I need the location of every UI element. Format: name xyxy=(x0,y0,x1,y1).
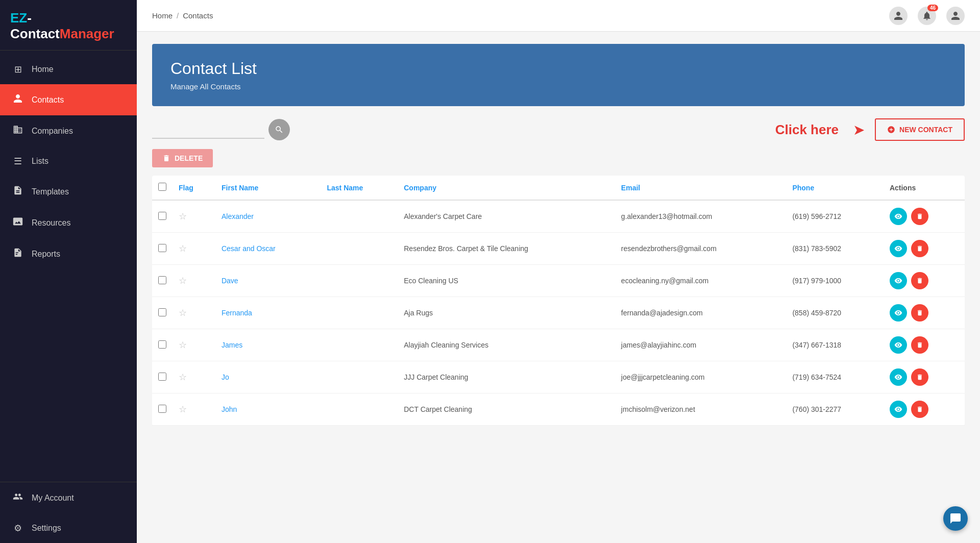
table-row: ☆ James Alayjiah Cleaning Services james… xyxy=(152,329,965,361)
contact-first-name[interactable]: Alexander xyxy=(222,212,254,220)
delete-contact-button[interactable] xyxy=(911,368,928,386)
row-first-name: Jo xyxy=(215,361,321,393)
contact-first-name[interactable]: Jo xyxy=(222,373,229,381)
sidebar-item-label-resources: Resources xyxy=(32,218,70,228)
sidebar-item-resources[interactable]: Resources xyxy=(0,207,137,238)
contact-first-name[interactable]: John xyxy=(222,405,237,413)
row-last-name xyxy=(321,393,398,426)
star-icon[interactable]: ☆ xyxy=(179,372,187,382)
row-company: Alexander's Carpet Care xyxy=(398,200,615,233)
sidebar-item-contacts[interactable]: Contacts xyxy=(0,84,137,115)
nav-items: ⊞ Home Contacts Companies ☰ Lists Templa… xyxy=(0,51,137,543)
table-row: ☆ Cesar and Oscar Resendez Bros. Carpet … xyxy=(152,233,965,265)
row-checkbox[interactable] xyxy=(158,340,166,349)
content-area: Contact List Manage All Contacts Click h… xyxy=(137,32,980,543)
sidebar-item-my-account[interactable]: My Account xyxy=(0,482,137,513)
table-row: ☆ Jo JJJ Carpet Cleaning joe@jjjcarpetcl… xyxy=(152,361,965,393)
action-buttons xyxy=(890,401,959,418)
page-title: Contact List xyxy=(170,59,946,78)
row-phone: (760) 301-2277 xyxy=(786,393,883,426)
star-icon[interactable]: ☆ xyxy=(179,276,187,286)
action-buttons xyxy=(890,304,959,322)
topbar-actions: 46 xyxy=(889,7,965,25)
view-contact-button[interactable] xyxy=(890,336,907,354)
contact-first-name[interactable]: Cesar and Oscar xyxy=(222,244,276,253)
header-first-name: First Name xyxy=(215,176,321,200)
row-actions xyxy=(884,297,965,329)
sidebar-item-home[interactable]: ⊞ Home xyxy=(0,55,137,84)
sidebar-item-settings[interactable]: ⚙ Settings xyxy=(0,513,137,543)
row-checkbox[interactable] xyxy=(158,308,166,316)
logo-contact: Contact xyxy=(10,26,60,41)
header-company: Company xyxy=(398,176,615,200)
search-input[interactable] xyxy=(152,121,264,139)
star-icon[interactable]: ☆ xyxy=(179,308,187,318)
view-contact-button[interactable] xyxy=(890,304,907,322)
logo-manager: Manager xyxy=(60,26,114,41)
row-email: ecocleaning.ny@gmail.com xyxy=(615,265,787,297)
row-company: Resendez Bros. Carpet & Tile Cleaning xyxy=(398,233,615,265)
row-checkbox[interactable] xyxy=(158,244,166,252)
view-contact-button[interactable] xyxy=(890,240,907,257)
row-company: DCT Carpet Cleaning xyxy=(398,393,615,426)
star-icon[interactable]: ☆ xyxy=(179,211,187,221)
notifications-icon[interactable]: 46 xyxy=(918,7,936,25)
row-checkbox[interactable] xyxy=(158,405,166,413)
view-contact-button[interactable] xyxy=(890,368,907,386)
search-button[interactable] xyxy=(268,119,290,140)
account-icon[interactable] xyxy=(946,7,965,25)
table-row: ☆ John DCT Carpet Cleaning jmchisolm@ver… xyxy=(152,393,965,426)
table-row: ☆ Fernanda Aja Rugs fernanda@ajadesign.c… xyxy=(152,297,965,329)
lists-icon: ☰ xyxy=(12,156,23,167)
view-contact-button[interactable] xyxy=(890,401,907,418)
row-last-name xyxy=(321,329,398,361)
row-actions xyxy=(884,393,965,426)
delete-contact-button[interactable] xyxy=(911,272,928,289)
new-contact-button[interactable]: NEW CONTACT xyxy=(875,118,965,141)
delete-contact-button[interactable] xyxy=(911,240,928,257)
contact-first-name[interactable]: Dave xyxy=(222,277,238,285)
row-checkbox[interactable] xyxy=(158,276,166,284)
row-first-name: Alexander xyxy=(215,200,321,233)
logo-ez: EZ xyxy=(10,10,27,26)
row-checkbox[interactable] xyxy=(158,373,166,381)
row-email: resendezbrothers@gmail.com xyxy=(615,233,787,265)
row-actions xyxy=(884,361,965,393)
row-phone: (858) 459-8720 xyxy=(786,297,883,329)
sidebar-item-reports[interactable]: Reports xyxy=(0,238,137,269)
star-icon[interactable]: ☆ xyxy=(179,404,187,414)
select-all-checkbox[interactable] xyxy=(158,183,166,191)
row-checkbox[interactable] xyxy=(158,212,166,220)
star-icon[interactable]: ☆ xyxy=(179,243,187,254)
sidebar-item-lists[interactable]: ☰ Lists xyxy=(0,146,137,176)
star-icon[interactable]: ☆ xyxy=(179,340,187,350)
contact-first-name[interactable]: Fernanda xyxy=(222,309,252,317)
row-checkbox-cell xyxy=(152,329,173,361)
action-buttons xyxy=(890,336,959,354)
sidebar-item-companies[interactable]: Companies xyxy=(0,115,137,146)
breadcrumb-separator: / xyxy=(177,11,179,20)
delete-contact-button[interactable] xyxy=(911,401,928,418)
delete-button[interactable]: DELETE xyxy=(152,149,213,167)
user-profile-icon[interactable] xyxy=(889,7,908,25)
new-contact-label: NEW CONTACT xyxy=(899,126,952,134)
companies-icon xyxy=(12,125,23,137)
delete-contact-button[interactable] xyxy=(911,304,928,322)
table-row: ☆ Alexander Alexander's Carpet Care g.al… xyxy=(152,200,965,233)
delete-contact-button[interactable] xyxy=(911,208,928,225)
sidebar-item-label-templates: Templates xyxy=(32,187,69,196)
sidebar-item-label-contacts: Contacts xyxy=(32,95,64,105)
page-header: Contact List Manage All Contacts xyxy=(152,44,965,106)
templates-icon xyxy=(12,185,23,198)
view-contact-button[interactable] xyxy=(890,272,907,289)
row-last-name xyxy=(321,265,398,297)
row-first-name: John xyxy=(215,393,321,426)
chat-bubble[interactable] xyxy=(943,506,968,531)
view-contact-button[interactable] xyxy=(890,208,907,225)
sidebar-item-templates[interactable]: Templates xyxy=(0,176,137,207)
contact-first-name[interactable]: James xyxy=(222,341,242,349)
breadcrumb-home[interactable]: Home xyxy=(152,11,173,20)
row-checkbox-cell xyxy=(152,200,173,233)
delete-contact-button[interactable] xyxy=(911,336,928,354)
header-flag: Flag xyxy=(173,176,215,200)
